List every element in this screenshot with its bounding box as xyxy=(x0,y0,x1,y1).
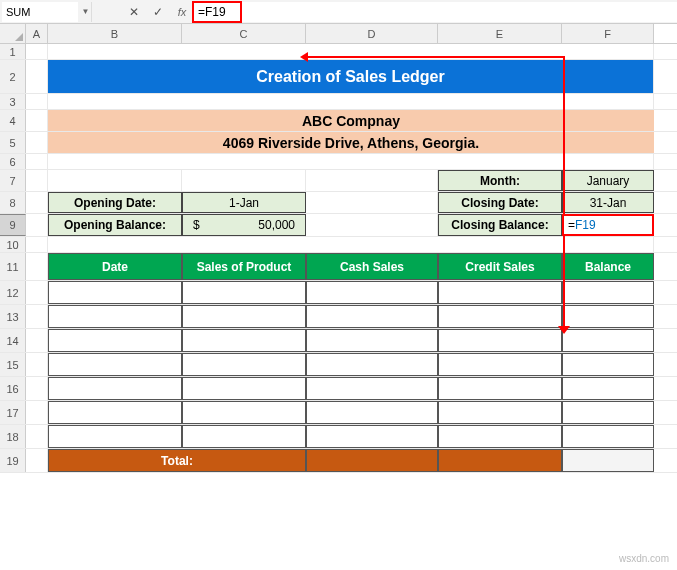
annotation-line xyxy=(307,56,563,58)
col-header-F[interactable]: F xyxy=(562,24,654,43)
th-cash-sales: Cash Sales xyxy=(306,253,438,280)
annotation-line xyxy=(563,56,565,332)
table-cell[interactable] xyxy=(182,401,306,424)
closing-balance-cell-active[interactable]: =F19 xyxy=(562,214,654,236)
row-header[interactable]: 18 xyxy=(0,425,26,448)
th-balance: Balance xyxy=(562,253,654,280)
row-header[interactable]: 14 xyxy=(0,329,26,352)
row-header[interactable]: 2 xyxy=(0,60,26,93)
table-cell[interactable] xyxy=(306,353,438,376)
table-cell[interactable] xyxy=(306,425,438,448)
table-cell[interactable] xyxy=(306,281,438,304)
spreadsheet-grid[interactable]: 1 2 Creation of Sales Ledger 3 4 ABC Com… xyxy=(0,44,677,473)
closing-date-label: Closing Date: xyxy=(438,192,562,213)
row-header[interactable]: 8 xyxy=(0,192,26,213)
month-label: Month: xyxy=(438,170,562,191)
opening-balance-value[interactable]: $50,000 xyxy=(182,214,306,236)
row-header[interactable]: 12 xyxy=(0,281,26,304)
total-credit[interactable] xyxy=(438,449,562,472)
column-headers: A B C D E F xyxy=(0,24,677,44)
month-value[interactable]: January xyxy=(562,170,654,191)
col-header-C[interactable]: C xyxy=(182,24,306,43)
row-header[interactable]: 7 xyxy=(0,170,26,191)
row-header[interactable]: 16 xyxy=(0,377,26,400)
row-header[interactable]: 5 xyxy=(0,132,26,153)
table-cell[interactable] xyxy=(562,377,654,400)
formula-bar: ▼ ✕ ✓ fx =F19 xyxy=(0,0,677,24)
annotation-arrow xyxy=(300,52,308,62)
row-header[interactable]: 6 xyxy=(0,154,26,169)
table-cell[interactable] xyxy=(182,305,306,328)
watermark: wsxdn.com xyxy=(619,553,669,564)
table-cell[interactable] xyxy=(182,329,306,352)
row-header[interactable]: 13 xyxy=(0,305,26,328)
table-cell[interactable] xyxy=(48,377,182,400)
total-balance-marquee[interactable] xyxy=(562,449,654,472)
col-header-D[interactable]: D xyxy=(306,24,438,43)
name-box-dropdown[interactable]: ▼ xyxy=(80,2,92,22)
name-box[interactable] xyxy=(2,2,78,22)
table-cell[interactable] xyxy=(182,281,306,304)
table-cell[interactable] xyxy=(438,401,562,424)
enter-icon[interactable]: ✓ xyxy=(146,2,170,22)
formula-input-rest[interactable] xyxy=(242,2,677,22)
opening-balance-label: Opening Balance: xyxy=(48,214,182,236)
opening-date-value[interactable]: 1-Jan xyxy=(182,192,306,213)
opening-date-label: Opening Date: xyxy=(48,192,182,213)
formula-input-highlight: =F19 xyxy=(192,1,242,23)
row-header[interactable]: 19 xyxy=(0,449,26,472)
total-cash[interactable] xyxy=(306,449,438,472)
table-cell[interactable] xyxy=(48,401,182,424)
table-cell[interactable] xyxy=(562,425,654,448)
cancel-icon[interactable]: ✕ xyxy=(122,2,146,22)
row-header[interactable]: 3 xyxy=(0,94,26,109)
th-sales-product: Sales of Product xyxy=(182,253,306,280)
table-cell[interactable] xyxy=(182,353,306,376)
closing-date-value[interactable]: 31-Jan xyxy=(562,192,654,213)
table-cell[interactable] xyxy=(562,329,654,352)
table-cell[interactable] xyxy=(182,425,306,448)
th-date: Date xyxy=(48,253,182,280)
table-cell[interactable] xyxy=(182,377,306,400)
th-credit-sales: Credit Sales xyxy=(438,253,562,280)
table-cell[interactable] xyxy=(438,425,562,448)
table-cell[interactable] xyxy=(438,377,562,400)
table-cell[interactable] xyxy=(562,305,654,328)
table-cell[interactable] xyxy=(438,329,562,352)
row-header[interactable]: 9 xyxy=(0,214,26,236)
row-header[interactable]: 11 xyxy=(0,253,26,280)
table-cell[interactable] xyxy=(306,305,438,328)
col-header-B[interactable]: B xyxy=(48,24,182,43)
table-cell[interactable] xyxy=(306,329,438,352)
fx-icon[interactable]: fx xyxy=(170,2,194,22)
row-header[interactable]: 15 xyxy=(0,353,26,376)
table-cell[interactable] xyxy=(48,281,182,304)
table-cell[interactable] xyxy=(48,353,182,376)
table-cell[interactable] xyxy=(48,329,182,352)
col-header-E[interactable]: E xyxy=(438,24,562,43)
table-cell[interactable] xyxy=(562,353,654,376)
table-cell[interactable] xyxy=(562,401,654,424)
select-all-corner[interactable] xyxy=(0,24,26,43)
table-cell[interactable] xyxy=(562,281,654,304)
table-cell[interactable] xyxy=(48,305,182,328)
annotation-arrow xyxy=(558,326,570,334)
col-header-A[interactable]: A xyxy=(26,24,48,43)
row-header[interactable]: 1 xyxy=(0,44,26,59)
table-cell[interactable] xyxy=(438,305,562,328)
row-header[interactable]: 4 xyxy=(0,110,26,131)
table-cell[interactable] xyxy=(438,281,562,304)
table-cell[interactable] xyxy=(306,377,438,400)
table-cell[interactable] xyxy=(306,401,438,424)
row-header[interactable]: 10 xyxy=(0,237,26,252)
table-cell[interactable] xyxy=(48,425,182,448)
formula-text[interactable]: =F19 xyxy=(198,5,226,19)
row-header[interactable]: 17 xyxy=(0,401,26,424)
total-label: Total: xyxy=(48,449,306,472)
table-cell[interactable] xyxy=(438,353,562,376)
closing-balance-label: Closing Balance: xyxy=(438,214,562,236)
